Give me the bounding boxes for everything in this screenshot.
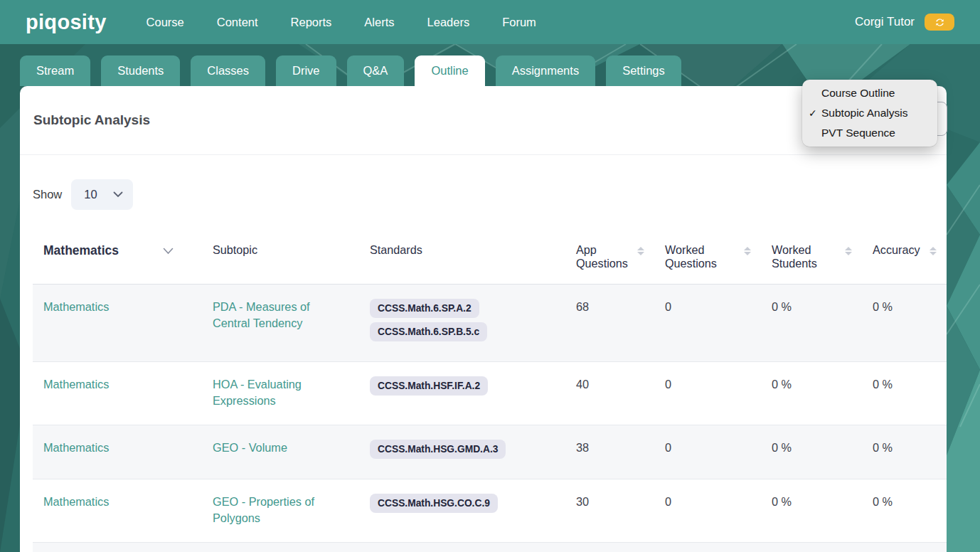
table-row: Mathematics PDA - Measures of Central Te…	[33, 285, 947, 362]
page-title: Subtopic Analysis	[33, 112, 150, 128]
accuracy-value: 0 %	[862, 479, 947, 543]
piqosity-logo[interactable]: piqosity	[26, 11, 107, 34]
nav-item-reports[interactable]: Reports	[291, 16, 332, 29]
worked-questions-value: 0	[654, 362, 761, 425]
worked-questions-value: 0	[654, 479, 761, 543]
outline-view-menu: Course Outline ✓ Subtopic Analysis PVT S…	[802, 80, 937, 147]
sort-icon[interactable]	[744, 247, 751, 255]
standard-badge: CCSS.Math.6.SP.A.2	[370, 299, 479, 318]
tab-assignments[interactable]: Assignments	[496, 55, 595, 86]
col-header-standards: Standards	[359, 226, 565, 285]
subtopic-link[interactable]: GEO - Volume	[213, 441, 287, 454]
tab-qa[interactable]: Q&A	[347, 55, 405, 86]
worked-questions-value: 0	[654, 285, 761, 362]
chevron-down-icon	[163, 248, 174, 255]
topic-link[interactable]: Mathematics	[43, 495, 109, 508]
nav-item-course[interactable]: Course	[147, 16, 184, 29]
show-label: Show	[33, 188, 62, 201]
col-header-app-questions[interactable]: App Questions	[565, 226, 654, 285]
col-header-worked-questions[interactable]: Worked Questions	[654, 226, 761, 285]
worked-students-value: 0 %	[761, 362, 862, 425]
table-header-row: Mathematics Subtopic Standards App Quest…	[33, 226, 947, 285]
page-size-value: 10	[84, 188, 97, 201]
topic-filter-header[interactable]: Mathematics	[33, 226, 202, 285]
table-controls: Show 10	[33, 179, 934, 210]
standard-badge: CCSS.Math.6.SP.B.5.c	[370, 322, 487, 341]
tab-settings[interactable]: Settings	[606, 55, 681, 86]
app-questions-value: 38	[565, 543, 654, 552]
menu-item-pvt-sequence[interactable]: PVT Sequence	[802, 123, 937, 143]
sort-icon[interactable]	[637, 247, 644, 255]
worked-students-value: 0 %	[761, 479, 862, 543]
app-questions-value: 68	[565, 285, 654, 362]
nav-item-forum[interactable]: Forum	[502, 16, 536, 29]
app-questions-value: 40	[565, 362, 654, 425]
tab-stream[interactable]: Stream	[20, 55, 90, 86]
table-row: Mathematics GEO - Distance and CCSS.Math…	[33, 543, 947, 552]
tab-drive[interactable]: Drive	[276, 55, 336, 86]
page-size-select[interactable]: 10	[71, 179, 133, 210]
col-header-subtopic: Subtopic	[202, 226, 359, 285]
app-questions-value: 38	[565, 425, 654, 479]
topic-link[interactable]: Mathematics	[43, 300, 109, 313]
table-row: Mathematics HOA - Evaluating Expressions…	[33, 362, 947, 425]
tab-students[interactable]: Students	[101, 55, 180, 86]
check-icon: ✓	[809, 103, 817, 123]
menu-item-subtopic-analysis[interactable]: ✓ Subtopic Analysis	[802, 103, 937, 123]
tab-outline[interactable]: Outline	[415, 55, 484, 86]
subtopic-table: Mathematics Subtopic Standards App Quest…	[33, 226, 947, 552]
sort-icon[interactable]	[930, 247, 937, 255]
subtopic-link[interactable]: HOA - Evaluating Expressions	[213, 378, 302, 407]
subtopic-analysis-panel: Subtopic Analysis Show 10 Mathematics	[20, 86, 947, 552]
topic-link[interactable]: Mathematics	[43, 441, 109, 454]
subtopic-link[interactable]: PDA - Measures of Central Tendency	[213, 300, 310, 329]
subtopic-link[interactable]: GEO - Properties of Polygons	[213, 495, 314, 524]
accuracy-value: 0 %	[862, 285, 947, 362]
standard-badge: CCSS.Math.HSG.GMD.A.3	[370, 440, 506, 459]
worked-students-value: 0 %	[761, 425, 862, 479]
main-nav: Course Content Reports Alerts Leaders Fo…	[147, 16, 536, 29]
nav-item-alerts[interactable]: Alerts	[364, 16, 394, 29]
topic-link[interactable]: Mathematics	[43, 378, 109, 391]
top-navigation: piqosity Course Content Reports Alerts L…	[0, 0, 980, 44]
accuracy-value: 0 %	[862, 543, 947, 552]
menu-item-course-outline[interactable]: Course Outline	[802, 83, 937, 103]
account-area: Corgi Tutor	[855, 14, 954, 31]
col-header-worked-students[interactable]: Worked Students	[761, 226, 862, 285]
worked-students-value: 0 %	[761, 543, 862, 552]
user-name[interactable]: Corgi Tutor	[855, 15, 915, 29]
app-questions-value: 30	[565, 479, 654, 543]
table-row: Mathematics GEO - Volume CCSS.Math.HSG.G…	[33, 425, 947, 479]
accuracy-value: 0 %	[862, 425, 947, 479]
col-header-accuracy[interactable]: Accuracy	[862, 226, 947, 285]
accuracy-value: 0 %	[862, 362, 947, 425]
sort-icon[interactable]	[845, 247, 852, 255]
standard-badge: CCSS.Math.HSG.CO.C.9	[370, 494, 498, 513]
topic-filter-label: Mathematics	[43, 243, 119, 258]
nav-item-leaders[interactable]: Leaders	[427, 16, 470, 29]
worked-questions-value: 0	[654, 425, 761, 479]
worked-students-value: 0 %	[761, 285, 862, 362]
switch-account-button[interactable]	[925, 14, 954, 31]
chevron-down-icon	[113, 191, 123, 198]
nav-item-content[interactable]: Content	[217, 16, 258, 29]
tab-classes[interactable]: Classes	[191, 55, 265, 86]
standard-badge: CCSS.Math.HSF.IF.A.2	[370, 376, 488, 396]
table-row: Mathematics GEO - Properties of Polygons…	[33, 479, 947, 543]
refresh-icon	[934, 17, 945, 28]
worked-questions-value: 0	[654, 543, 761, 552]
